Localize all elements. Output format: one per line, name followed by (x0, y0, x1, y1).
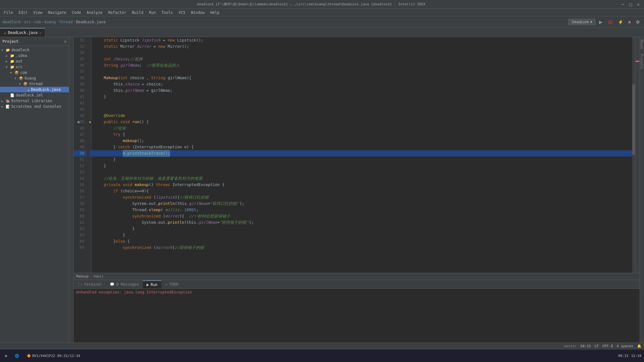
sidebar-item-out[interactable]: ▶ 📁 out (0, 58, 69, 64)
minimize-button[interactable]: ─ (620, 2, 626, 7)
menu-help[interactable]: Help (208, 10, 222, 15)
encoding[interactable]: UTF-8 (602, 344, 613, 348)
breadcrumb: deadlock › src › com › kuang › thread › … (3, 20, 106, 24)
maximize-button[interactable]: □ (627, 2, 634, 7)
right-panel-maven[interactable]: Maven (640, 37, 644, 52)
taskbar-browser[interactable]: 🌐 (12, 353, 22, 359)
right-panel-projects[interactable]: Projects (640, 52, 644, 72)
taskbar-idea[interactable]: 🔶 BV1/V441P22 09:31/12:34 (24, 353, 83, 359)
debug-button[interactable]: 🐞 (606, 19, 614, 25)
run-with-coverage-button[interactable]: ⚡ (616, 19, 625, 25)
run-button[interactable]: ▶ (597, 19, 604, 25)
settings-button[interactable]: ⚙ (634, 19, 641, 25)
breadcrumb-kuang[interactable]: kuang (44, 20, 56, 24)
gutter-35 (89, 56, 92, 62)
menu-window[interactable]: Window (188, 10, 207, 15)
tab-bar: ☕ DeadLock.java ✕ (0, 28, 644, 37)
editor-area: 32 33 34 35 36 37 38 39 40 41 42 43 44 ●… (74, 37, 640, 343)
breadcrumb-run[interactable]: run() (93, 274, 103, 278)
git-branch[interactable]: master (564, 344, 577, 348)
sidebar-settings-icon[interactable]: ⚙ (64, 39, 66, 44)
gutter-44 (89, 112, 92, 119)
tab-label: Terminal (84, 282, 102, 287)
tab-todo[interactable]: ☑ TODO (161, 280, 182, 288)
window-controls[interactable]: ─ □ ✕ (620, 2, 641, 7)
tab-messages[interactable]: 💬 0 Messages (106, 280, 143, 288)
run-config-button[interactable]: DeadLock ▾ (568, 19, 595, 25)
menu-build[interactable]: Build (130, 10, 146, 15)
tab-icon: ☕ (4, 30, 6, 35)
tab-label: 0 Messages (116, 282, 139, 287)
sidebar-item-com[interactable]: ▼ 📦 com (0, 70, 69, 75)
tab-deadlock-java[interactable]: ☕ DeadLock.java ✕ (0, 28, 45, 37)
sidebar-item-deadlockjava[interactable]: ☕ DeadLock.java (0, 87, 69, 92)
sidebar-item-src[interactable]: ▼ 📁 src (0, 64, 69, 70)
breadcrumb-com[interactable]: com (34, 20, 41, 24)
scroll-thumb[interactable] (632, 84, 635, 155)
code-line-56: if (choice==0){ (92, 188, 632, 194)
stop-button[interactable]: ■ (627, 19, 632, 25)
menu-run[interactable]: Run (147, 10, 158, 15)
right-annotations (635, 37, 640, 273)
breadcrumb-thread[interactable]: thread (59, 20, 73, 24)
selected-code: e.printStackTrace(); (123, 150, 170, 157)
sidebar-item-label: deadlock.iml (16, 93, 43, 97)
menu-edit[interactable]: Edit (16, 10, 30, 15)
menu-analyze[interactable]: Analyze (84, 10, 105, 15)
line-num-52: 52 (74, 163, 87, 169)
gutter-55 (89, 182, 92, 188)
line-ending[interactable]: LF (595, 344, 599, 348)
sidebar-item-label: out (16, 59, 23, 63)
error-marker (636, 61, 639, 62)
tab-label: Run (151, 282, 158, 287)
breadcrumb-file[interactable]: DeadLock.java (76, 20, 106, 24)
menu-file[interactable]: File (1, 10, 15, 15)
sidebar-item-thread[interactable]: ▼ 📦 thread (0, 81, 69, 87)
breadcrumb-makeup[interactable]: Makeup (76, 274, 89, 278)
gutter-43 (89, 106, 92, 112)
taskbar-start[interactable]: ⊞ (3, 353, 10, 359)
code-line-42 (92, 100, 632, 106)
sidebar-item-idea[interactable]: ▶ 📁 .idea (0, 53, 69, 58)
project-sidebar: Project ⚙ ▼ 📁 deadlock ▶ 📁 .idea ▶ 📁 out (0, 37, 69, 343)
sidebar-item-deadlock[interactable]: ▼ 📁 deadlock (0, 47, 69, 53)
code-line-55: private void makeup() throws Interrupted… (92, 182, 632, 188)
line-numbers: 32 33 34 35 36 37 38 39 40 41 42 43 44 ●… (74, 37, 89, 273)
code-line-57: synchronized (lipstick){//获得口红的锁 (92, 194, 632, 200)
breadcrumb-src[interactable]: src (24, 20, 31, 24)
todo-icon: ☑ (165, 282, 167, 287)
code-line-43 (92, 106, 632, 112)
gutter-41 (89, 94, 92, 100)
expand-arrow-icon: ▶ (1, 105, 6, 108)
gutter-33 (89, 43, 92, 50)
breadcrumb-deadlock[interactable]: deadlock (3, 20, 21, 24)
sidebar-item-external-libs[interactable]: ▶ 📚 External Libraries (0, 98, 69, 104)
menu-tools[interactable]: Tools (159, 10, 175, 15)
terminal-icon: ⬛ (77, 282, 82, 287)
sidebar-item-kuang[interactable]: ▼ 📦 kuang (0, 75, 69, 81)
menu-navigate[interactable]: Navigate (46, 10, 69, 15)
chevron-down-icon: ▾ (590, 20, 592, 24)
sidebar-item-label: com (20, 70, 27, 75)
line-num-33: 33 (74, 43, 87, 50)
menu-refactor[interactable]: Refactor (106, 10, 129, 15)
menu-code[interactable]: Code (69, 10, 84, 15)
tab-close-button[interactable]: ✕ (39, 31, 41, 35)
code-content[interactable]: static Lipstick lipstick = new Lipstick(… (92, 37, 632, 273)
sidebar-item-scratches[interactable]: ▶ 📝 Scratches and Consoles (0, 104, 69, 109)
menu-view[interactable]: View (31, 10, 45, 15)
gutter-37 (89, 69, 92, 75)
vertical-scrollbar[interactable] (632, 37, 635, 273)
menu-vcs[interactable]: VCS (176, 10, 188, 15)
tab-label: DeadLock.java (8, 30, 37, 35)
scratches-icon: 📝 (6, 105, 10, 109)
gutter-40 (89, 87, 92, 94)
code-line-44: @Override (92, 112, 632, 119)
folder-icon: 📁 (10, 59, 14, 63)
tab-terminal[interactable]: ⬛ Terminal (74, 280, 106, 288)
sidebar-item-label: kuang (25, 76, 36, 80)
line-num-55: 55 (74, 182, 87, 188)
tab-run[interactable]: ▶ Run (143, 280, 161, 288)
close-button[interactable]: ✕ (635, 2, 641, 7)
sidebar-item-deadlock-iml[interactable]: 📄 deadlock.iml (0, 92, 69, 98)
